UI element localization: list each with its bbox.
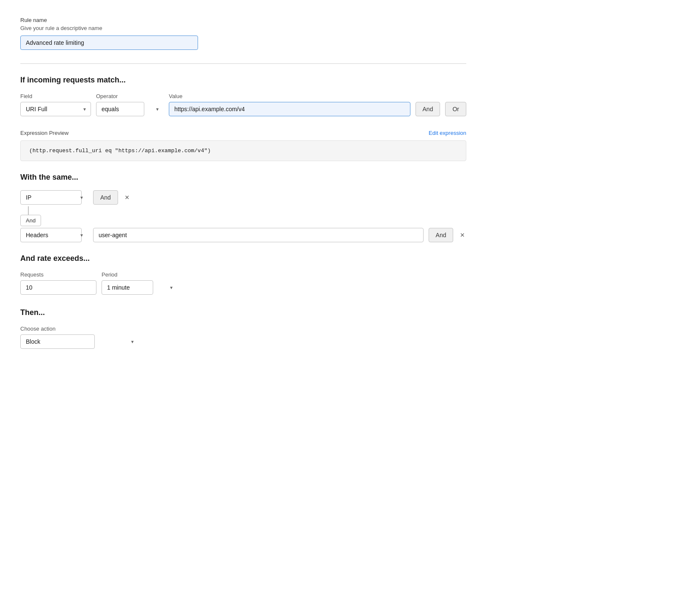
action-select[interactable]: Block Challenge Managed Challenge Log Sk… (20, 334, 95, 349)
characteristic-1-and-btn[interactable]: And (93, 190, 118, 205)
field-group: Field URI Full URI Path IP Source Addres… (20, 93, 91, 116)
rate-exceeds-section: And rate exceeds... Requests Period 10 s… (20, 254, 466, 295)
characteristic-2-select-wrapper: IP Headers Country ASN Cookie JA3 Finger… (20, 228, 88, 242)
if-match-section: If incoming requests match... Field URI … (20, 76, 466, 116)
period-label: Period (102, 271, 178, 278)
requests-input[interactable] (20, 280, 96, 295)
characteristic-row-1: IP Headers Country ASN Cookie JA3 Finger… (20, 190, 466, 205)
and-button[interactable]: And (416, 102, 440, 116)
operator-select[interactable]: equals contains starts with ends with ma… (96, 102, 144, 116)
expression-header: Expression Preview Edit expression (20, 130, 466, 136)
section-divider (20, 63, 466, 64)
rule-name-sublabel: Give your rule a descriptive name (20, 25, 466, 31)
period-select-wrapper: 10 seconds 1 minute 2 minutes 5 minutes … (102, 280, 178, 295)
characteristic-2-remove-btn[interactable]: × (458, 231, 466, 239)
with-same-title: With the same... (20, 173, 466, 182)
field-label: Field (20, 93, 91, 99)
operator-select-wrapper: equals contains starts with ends with ma… (96, 102, 164, 116)
characteristic-1-select-wrapper: IP Headers Country ASN Cookie JA3 Finger… (20, 190, 88, 205)
operator-label: Operator (96, 93, 164, 99)
rate-exceeds-title: And rate exceeds... (20, 254, 466, 263)
value-input[interactable] (169, 102, 410, 116)
with-same-section: With the same... IP Headers Country ASN … (20, 173, 466, 242)
then-section: Then... Choose action Block Challenge Ma… (20, 308, 466, 349)
requests-group: Requests (20, 271, 96, 295)
field-select[interactable]: URI Full URI Path IP Source Address Host… (20, 102, 91, 116)
rate-row: Requests Period 10 seconds 1 minute 2 mi… (20, 271, 466, 295)
period-select[interactable]: 10 seconds 1 minute 2 minutes 5 minutes … (102, 280, 153, 295)
or-button[interactable]: Or (445, 102, 466, 116)
requests-label: Requests (20, 271, 96, 278)
expression-preview-box: (http.request.full_uri eq "https://api.e… (20, 140, 466, 161)
value-group: Value (169, 93, 410, 116)
action-select-wrapper: Block Challenge Managed Challenge Log Sk… (20, 334, 139, 349)
rule-name-section: Rule name Give your rule a descriptive n… (20, 17, 466, 50)
field-select-wrapper: URI Full URI Path IP Source Address Host… (20, 102, 91, 116)
condition-row: Field URI Full URI Path IP Source Addres… (20, 93, 466, 116)
edit-expression-link[interactable]: Edit expression (429, 130, 466, 136)
then-title: Then... (20, 308, 466, 317)
characteristic-1-select[interactable]: IP Headers Country ASN Cookie JA3 Finger… (20, 190, 82, 205)
rule-name-input[interactable] (20, 36, 198, 50)
choose-action-label: Choose action (20, 326, 466, 332)
characteristic-row-2: IP Headers Country ASN Cookie JA3 Finger… (20, 228, 466, 242)
characteristic-2-value-input[interactable] (93, 228, 424, 242)
connector-and-btn[interactable]: And (20, 215, 41, 226)
if-match-title: If incoming requests match... (20, 76, 466, 85)
expression-label: Expression Preview (20, 130, 69, 136)
rule-name-label: Rule name (20, 17, 466, 23)
characteristic-1-remove-btn[interactable]: × (123, 194, 131, 201)
characteristic-connector: And (20, 206, 466, 226)
characteristic-2-and-btn[interactable]: And (429, 228, 454, 242)
period-group: Period 10 seconds 1 minute 2 minutes 5 m… (102, 271, 178, 295)
expression-section: Expression Preview Edit expression (http… (20, 130, 466, 161)
operator-group: Operator equals contains starts with end… (96, 93, 164, 116)
expression-code: (http.request.full_uri eq "https://api.e… (29, 148, 211, 154)
value-label: Value (169, 93, 410, 99)
characteristic-2-select[interactable]: IP Headers Country ASN Cookie JA3 Finger… (20, 228, 82, 242)
connector-line (28, 206, 29, 215)
